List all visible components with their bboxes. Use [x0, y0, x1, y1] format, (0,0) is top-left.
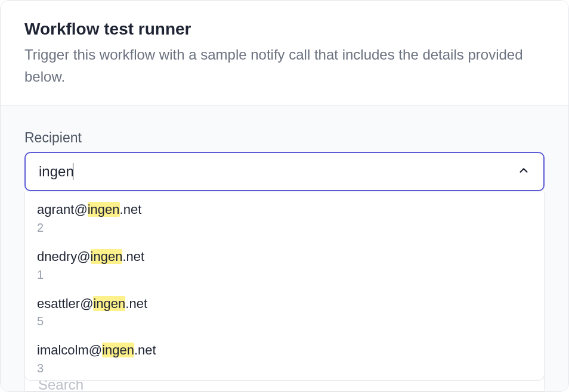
- recipient-label: Recipient: [24, 130, 545, 146]
- text-cursor: [73, 163, 74, 180]
- option-count: 3: [37, 362, 532, 375]
- recipient-option[interactable]: agrant@ingen.net 2: [25, 192, 544, 239]
- page-title: Workflow test runner: [24, 20, 545, 39]
- recipient-combobox: ingen agrant@ingen.net 2 dnedry@ingen.ne…: [24, 152, 545, 191]
- test-runner-card: Workflow test runner Trigger this workfl…: [0, 0, 569, 392]
- card-body: Recipient ingen agrant@ingen.net 2 dnedr…: [1, 106, 568, 391]
- chevron-up-icon[interactable]: [517, 164, 530, 179]
- option-email: esattler@ingen.net: [37, 295, 532, 313]
- recipient-option[interactable]: imalcolm@ingen.net 3: [25, 333, 544, 380]
- option-email: agrant@ingen.net: [37, 201, 532, 219]
- card-header: Workflow test runner Trigger this workfl…: [1, 1, 568, 106]
- option-count: 1: [37, 268, 532, 282]
- recipient-option[interactable]: esattler@ingen.net 5: [25, 287, 544, 334]
- recipient-input[interactable]: ingen: [39, 163, 517, 180]
- recipient-input-wrap[interactable]: ingen: [24, 152, 545, 191]
- page-description: Trigger this workflow with a sample noti…: [24, 43, 545, 88]
- option-count: 5: [37, 315, 532, 328]
- option-email: dnedry@ingen.net: [37, 248, 532, 266]
- option-count: 2: [37, 221, 532, 235]
- option-email: imalcolm@ingen.net: [37, 341, 532, 359]
- recipient-dropdown: agrant@ingen.net 2 dnedry@ingen.net 1 es…: [24, 192, 545, 381]
- recipient-option[interactable]: dnedry@ingen.net 1: [25, 239, 544, 287]
